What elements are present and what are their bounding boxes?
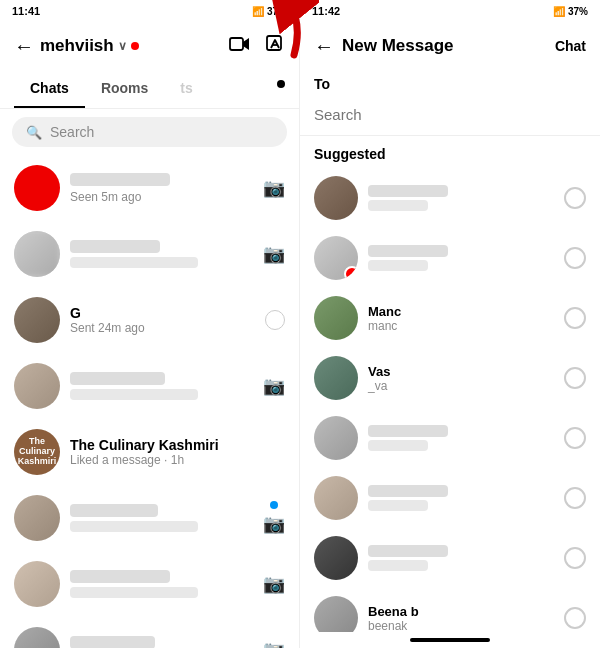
list-item[interactable]: G Sent 24m ago [0,287,299,353]
chat-content [70,570,253,598]
contact-name: Beena b [368,604,554,619]
list-item[interactable]: Vas _va [300,348,600,408]
back-button[interactable]: ← [14,35,34,58]
list-item[interactable] [300,408,600,468]
unread-tab-indicator [277,80,285,88]
select-radio[interactable] [564,367,586,389]
camera-icon[interactable]: 📷 [263,375,285,397]
left-header: ← mehviish ∨ [0,22,299,70]
chat-right-action: 📷 [263,177,285,199]
right-header-left: ← New Message [314,35,454,58]
camera-icon[interactable]: 📷 [263,639,285,648]
list-item[interactable] [300,528,600,588]
chat-name: The Culinary Kashmiri [70,437,275,453]
tab-chats[interactable]: Chats [14,70,85,108]
contact-username [368,200,428,211]
select-radio[interactable] [564,487,586,509]
chat-status: Sent 24m ago [70,321,255,335]
video-camera-icon [229,35,251,53]
compose-icon [265,34,285,54]
avatar [314,416,358,460]
contact-info: Vas _va [368,364,554,393]
contact-name [368,425,448,437]
list-item[interactable]: 📷 [0,485,299,551]
tab-other[interactable]: ts [164,70,208,108]
select-radio[interactable] [564,607,586,629]
list-item[interactable]: 📷 [0,551,299,617]
contact-name [368,245,448,257]
contact-username: manc [368,319,554,333]
chat-link-button[interactable]: Chat [555,38,586,54]
recipient-search-input[interactable] [314,102,586,127]
username-text: mehviish [40,36,114,56]
select-radio[interactable] [564,307,586,329]
contact-username [368,500,428,511]
camera-icon[interactable]: 📷 [263,243,285,265]
list-item[interactable] [300,228,600,288]
avatar [314,596,358,632]
list-item[interactable]: 📷 [0,221,299,287]
chat-right-action: 📷 [263,573,285,595]
chat-right-action: 📷 [263,243,285,265]
chat-content [70,372,253,400]
contact-username: beenak [368,619,554,633]
list-item[interactable]: 📷 [0,617,299,648]
contact-info [368,245,554,271]
chat-status [70,521,198,532]
avatar [14,561,60,607]
left-battery: 37% [267,6,287,17]
online-indicator [131,42,139,50]
select-radio[interactable] [564,547,586,569]
online-indicator-overlay [344,266,358,280]
contact-info: Manc manc [368,304,554,333]
select-radio[interactable] [564,187,586,209]
contact-name [368,185,448,197]
chat-search-bar[interactable]: 🔍 Search [12,117,287,147]
select-radio[interactable] [564,427,586,449]
chat-content: The Culinary Kashmiri Liked a message · … [70,437,275,467]
chat-right-action: 📷 [263,639,285,648]
list-item[interactable]: Seen 5m ago 📷 [0,155,299,221]
avatar [14,297,60,343]
compose-button[interactable] [265,34,285,59]
list-item[interactable]: 📷 [0,353,299,419]
camera-icon[interactable]: 📷 [263,513,285,535]
right-status-icons: 📶 37% [553,6,588,17]
list-item[interactable]: Manc manc [300,288,600,348]
unread-dot [270,501,278,509]
recipient-search-row [300,98,600,136]
chat-name [70,504,158,517]
camera-icon[interactable]: 📷 [263,573,285,595]
list-item[interactable] [300,168,600,228]
chat-content [70,504,253,532]
right-time: 11:42 [312,5,340,17]
chat-name [70,372,165,385]
avatar [14,363,60,409]
tab-rooms[interactable]: Rooms [85,70,164,108]
username-display[interactable]: mehviish ∨ [40,36,139,56]
select-radio[interactable] [564,247,586,269]
chat-list: Seen 5m ago 📷 📷 G [0,155,299,648]
right-status-time: 11:42 [312,5,340,17]
suggested-label: Suggested [300,136,600,168]
unread-circle [265,310,285,330]
avatar [314,536,358,580]
chat-name [70,570,170,583]
avatar [314,296,358,340]
search-icon: 🔍 [26,125,42,140]
home-indicator [410,638,490,642]
right-back-button[interactable]: ← [314,35,334,58]
camera-icon[interactable]: 📷 [263,177,285,199]
list-item[interactable]: Beena b beenak [300,588,600,632]
video-call-button[interactable] [229,35,251,58]
contact-name [368,485,448,497]
left-status-time: 11:41 [12,5,40,17]
chat-right-action: 📷 [263,375,285,397]
new-message-title: New Message [342,36,454,56]
avatar-text: TheCulinaryKashmiri [18,437,57,467]
contact-info: Beena b beenak [368,604,554,633]
left-status-icons: 📶 37% [252,6,287,17]
list-item[interactable] [300,468,600,528]
chat-name [70,173,170,186]
list-item[interactable]: TheCulinaryKashmiri The Culinary Kashmir… [0,419,299,485]
